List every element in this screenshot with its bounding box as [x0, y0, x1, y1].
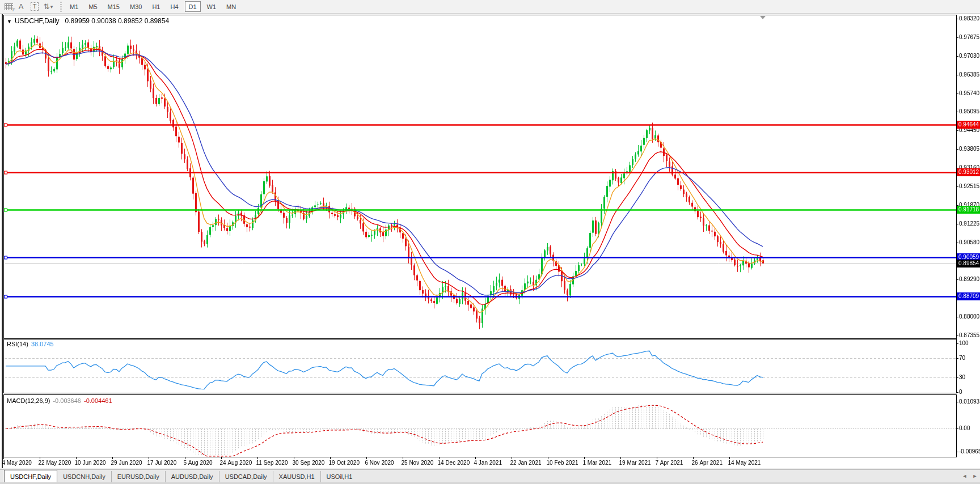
arrange-arrows-button[interactable]: ⇅ ▾ — [42, 1, 54, 12]
chart-title-symbol: USDCHF,Daily — [15, 17, 60, 25]
timeframe-w1-button[interactable]: W1 — [203, 1, 221, 12]
rsi-value: 38.0745 — [31, 341, 54, 347]
chart-tab-bar: USDCHF,Daily USDCNH,Daily EURUSD,Daily A… — [0, 469, 980, 482]
macd-signal-value: -0.004461 — [84, 397, 112, 404]
macd-main-value: -0.003646 — [53, 397, 81, 404]
tab-usdchf-daily[interactable]: USDCHF,Daily — [4, 470, 57, 482]
resistance-price-tag-1: 0.94644 — [957, 121, 980, 129]
support-price-tag-2: 0.88709 — [957, 292, 980, 300]
tab-scroll-controls: ◄ ► — [960, 470, 980, 482]
dropdown-caret-icon: ▾ — [50, 4, 53, 10]
toolbar-separator — [60, 2, 62, 12]
chart-grid-icon: F — [5, 3, 13, 10]
application-window: F A T ⇅ ▾ M1 M5 M15 M30 H1 H4 D1 W1 MN ▼… — [0, 0, 980, 484]
annotate-letter-button[interactable]: A — [15, 1, 27, 12]
chart-title-ohlc: 0.89959 0.90038 0.89852 0.89854 — [65, 17, 170, 25]
pivot-price-tag: 0.91718 — [957, 206, 980, 214]
price-chart-canvas[interactable] — [0, 0, 980, 484]
timeframe-m30-button[interactable]: M30 — [126, 1, 146, 12]
timeframe-d1-button[interactable]: D1 — [185, 1, 201, 12]
text-label-icon: T — [31, 2, 39, 11]
timeframe-m1-button[interactable]: M1 — [66, 1, 82, 12]
timeframe-h4-button[interactable]: H4 — [166, 1, 182, 12]
tab-usdcnh-daily[interactable]: USDCNH,Daily — [57, 471, 111, 482]
chart-title: ▼USDCHF,Daily0.89959 0.90038 0.89852 0.8… — [7, 17, 169, 25]
tab-xauusd-h1[interactable]: XAUUSD,H1 — [273, 471, 320, 482]
chart-grid-button[interactable]: F — [1, 1, 14, 12]
timeframe-m15-button[interactable]: M15 — [104, 1, 124, 12]
resistance-price-tag-2: 0.93012 — [957, 168, 980, 176]
annotate-letter-icon: A — [19, 2, 24, 11]
arrange-arrows-icon: ⇅ — [44, 2, 50, 11]
tab-eurusd-daily[interactable]: EURUSD,Daily — [111, 471, 165, 482]
timeframe-m5-button[interactable]: M5 — [85, 1, 101, 12]
tab-audusd-daily[interactable]: AUDUSD,Daily — [165, 471, 219, 482]
rsi-indicator-label: RSI(14)38.0745 — [7, 341, 54, 347]
macd-name: MACD(12,26,9) — [7, 397, 50, 404]
top-toolbar: F A T ⇅ ▾ M1 M5 M15 M30 H1 H4 D1 W1 MN — [0, 0, 980, 14]
rsi-name: RSI(14) — [7, 341, 28, 347]
timeframe-mn-button[interactable]: MN — [222, 1, 240, 12]
tab-usdcad-daily[interactable]: USDCAD,Daily — [219, 471, 273, 482]
tab-scroll-right-button[interactable]: ► — [970, 473, 980, 479]
current-price-tag: 0.89854 — [957, 260, 980, 268]
tab-scroll-left-button[interactable]: ◄ — [960, 473, 970, 479]
text-label-button[interactable]: T — [28, 1, 41, 12]
timeframe-h1-button[interactable]: H1 — [148, 1, 164, 12]
symbol-dropdown-icon[interactable]: ▼ — [7, 19, 12, 24]
tab-usoil-h1[interactable]: USOil,H1 — [320, 471, 358, 482]
macd-indicator-label: MACD(12,26,9)-0.003646-0.004461 — [7, 397, 112, 404]
